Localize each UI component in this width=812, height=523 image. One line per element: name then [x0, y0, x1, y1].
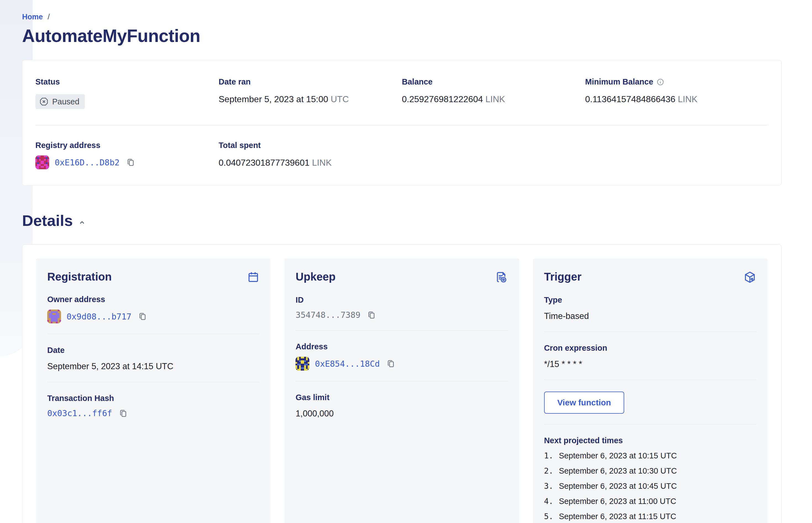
field-divider [295, 381, 508, 381]
transaction-hash-field: Transaction Hash 0x03c1...ff6f [47, 394, 259, 418]
breadcrumb: Home / [22, 13, 782, 21]
field-divider [544, 424, 757, 425]
date-ran-label: Date ran [219, 77, 402, 86]
projected-time-item: 5.September 6, 2023 at 11:15 UTC [544, 512, 757, 521]
view-function-button[interactable]: View function [544, 392, 624, 414]
field-divider [47, 334, 259, 334]
projected-time-item: 2.September 6, 2023 at 10:30 UTC [544, 466, 757, 475]
cube-icon [743, 271, 757, 284]
calendar-icon [247, 271, 259, 283]
total-spent-field: Total spent 0.04072301877739601 LINK [219, 141, 402, 169]
balance-field: Balance 0.259276981222604 LINK [402, 77, 585, 109]
trigger-type-value: Time-based [544, 311, 757, 321]
min-balance-value: 0.11364157484866436 LINK [585, 94, 769, 104]
summary-row-2: Registry address [35, 141, 769, 169]
registry-identicon [35, 156, 49, 169]
owner-address-label: Owner address [47, 295, 259, 304]
chevron-up-icon[interactable] [78, 219, 86, 226]
summary-divider [35, 125, 769, 125]
date-ran-field: Date ran September 5, 2023 at 15:00 UTC [219, 77, 402, 109]
owner-identicon [47, 309, 61, 323]
next-projected-times-list: 1.September 6, 2023 at 10:15 UTC2.Septem… [544, 451, 757, 521]
registration-card: Registration Owner address [36, 258, 271, 523]
registry-address-link[interactable]: 0xE16D...D8b2 [55, 158, 120, 167]
upkeep-id-value: 354748...7389 [295, 310, 360, 320]
status-field: Status Paused [35, 77, 219, 109]
breadcrumb-separator: / [48, 13, 50, 21]
breadcrumb-home-link[interactable]: Home [22, 13, 43, 21]
gas-limit-field: Gas limit 1,000,000 [295, 393, 508, 419]
trigger-title: Trigger [544, 271, 582, 283]
copy-icon[interactable] [119, 409, 128, 418]
upkeep-details-page: Home / AutomateMyFunction Status Paused [0, 0, 812, 523]
total-spent-label: Total spent [219, 141, 402, 150]
min-balance-label: Minimum Balance [585, 77, 653, 86]
registry-address-label: Registry address [35, 141, 219, 150]
details-heading: Details [22, 212, 73, 230]
upkeep-id-label: ID [295, 295, 508, 305]
document-gear-icon [495, 271, 508, 284]
projected-time-item: 4.September 6, 2023 at 11:00 UTC [544, 497, 757, 506]
status-badge: Paused [35, 94, 85, 109]
projected-time-item: 3.September 6, 2023 at 10:45 UTC [544, 482, 757, 491]
next-projected-times-label: Next projected times [544, 436, 757, 445]
date-ran-value: September 5, 2023 at 15:00 UTC [219, 94, 402, 104]
transaction-hash-link[interactable]: 0x03c1...ff6f [47, 409, 112, 418]
field-divider [544, 380, 757, 380]
upkeep-title: Upkeep [295, 271, 336, 283]
transaction-hash-label: Transaction Hash [47, 394, 259, 403]
info-icon[interactable] [656, 78, 664, 86]
registration-title: Registration [47, 271, 112, 283]
registration-date-label: Date [47, 346, 259, 355]
details-card: Registration Owner address [22, 245, 782, 523]
date-ran-utc: UTC [330, 94, 349, 104]
summary-row-1: Status Paused Date ran [35, 77, 769, 109]
owner-address-field: Owner address 0x9d08...b717 [47, 295, 259, 323]
balance-label: Balance [402, 77, 585, 86]
summary-card: Status Paused Date ran [22, 60, 782, 185]
upkeep-address-identicon [295, 357, 309, 371]
copy-icon[interactable] [367, 310, 376, 320]
min-balance-field: Minimum Balance 0.11364157484866436 LINK [585, 77, 769, 109]
balance-value: 0.259276981222604 LINK [402, 94, 585, 104]
registry-address-field: Registry address [35, 141, 219, 169]
cron-expression-label: Cron expression [544, 343, 757, 353]
octagon-x-icon [39, 97, 49, 107]
min-balance-unit: LINK [678, 94, 697, 104]
trigger-type-label: Type [544, 295, 757, 305]
balance-unit: LINK [486, 94, 505, 104]
gas-limit-value: 1,000,000 [295, 409, 508, 419]
trigger-type-field: Type Time-based [544, 295, 757, 321]
cron-expression-field: Cron expression */15 * * * * [544, 343, 757, 369]
gas-limit-label: Gas limit [295, 393, 508, 402]
page-title: AutomateMyFunction [22, 26, 782, 46]
field-divider [295, 330, 508, 330]
upkeep-address-link[interactable]: 0xE854...18Cd [315, 359, 380, 368]
status-label: Status [35, 77, 219, 86]
upkeep-address-field: Address [295, 342, 508, 371]
owner-address-link[interactable]: 0x9d08...b717 [67, 312, 131, 321]
registration-date-value: September 5, 2023 at 14:15 UTC [47, 361, 259, 372]
projected-time-item: 1.September 6, 2023 at 10:15 UTC [544, 451, 757, 460]
trigger-card: Trigger Type Time-based Cron expression … [533, 258, 768, 523]
cron-expression-value: */15 * * * * [544, 359, 757, 369]
registration-date-field: Date September 5, 2023 at 14:15 UTC [47, 346, 259, 372]
copy-icon[interactable] [138, 312, 147, 321]
details-section-header: Details [22, 212, 782, 230]
status-badge-text: Paused [52, 97, 79, 106]
total-spent-unit: LINK [312, 158, 332, 168]
upkeep-address-label: Address [295, 342, 508, 351]
next-projected-times-field: Next projected times 1.September 6, 2023… [544, 436, 757, 521]
copy-icon[interactable] [386, 359, 396, 368]
upkeep-card: Upkeep ID 354748...7389 [285, 258, 519, 523]
total-spent-value: 0.04072301877739601 LINK [219, 158, 402, 168]
upkeep-id-field: ID 354748...7389 [295, 295, 508, 320]
copy-icon[interactable] [126, 158, 136, 167]
